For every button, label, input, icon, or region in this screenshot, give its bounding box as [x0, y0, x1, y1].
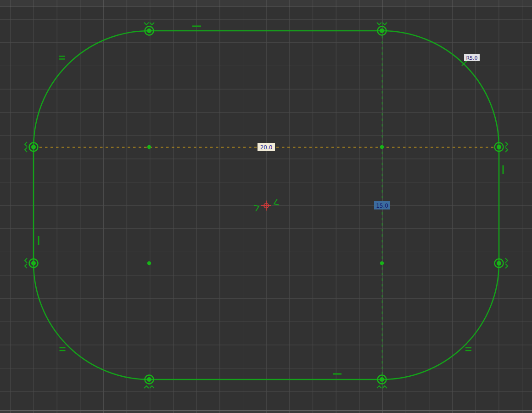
- radius-dimension-value[interactable]: R5.0: [466, 55, 477, 61]
- arc-center-point[interactable]: [147, 261, 151, 265]
- width-dimension-value[interactable]: 20.0: [260, 144, 273, 151]
- radius-dimension-label[interactable]: R5.0: [464, 54, 480, 61]
- width-dimension-label[interactable]: 20.0: [258, 143, 275, 151]
- arc-center-point[interactable]: [380, 261, 384, 265]
- arc-center-point[interactable]: [380, 145, 384, 149]
- grid-top-margin: [0, 0, 532, 6]
- cad-sketch-editor-viewport: 20.0 15.0 R5.0: [0, 0, 532, 413]
- height-dimension-value[interactable]: 15.0: [376, 203, 388, 209]
- arc-center-point[interactable]: [147, 145, 151, 149]
- height-dimension-label[interactable]: 15.0: [374, 201, 390, 209]
